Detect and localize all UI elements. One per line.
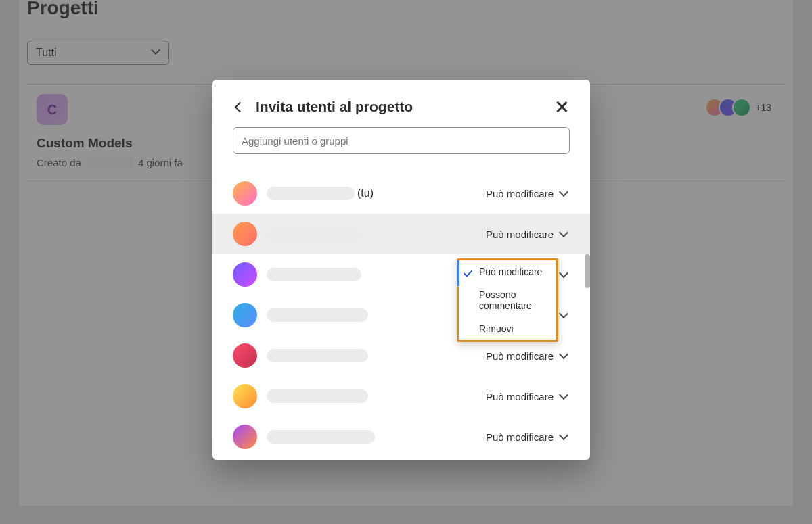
permission-label: Può modificare	[486, 188, 554, 199]
user-row: Può modificare	[212, 416, 590, 457]
dropdown-option[interactable]: Rimuovi	[459, 317, 556, 340]
user-avatar	[233, 181, 257, 206]
dropdown-option[interactable]: Può modificare	[459, 260, 556, 283]
permission-selector[interactable]: Può modificare	[486, 350, 570, 362]
chevron-down-icon	[560, 312, 570, 321]
permission-label: Può modificare	[486, 431, 554, 443]
chevron-down-icon	[560, 352, 570, 362]
permission-selector[interactable]: Può modificare	[486, 390, 570, 402]
permission-selector[interactable]: Può modificare	[486, 431, 570, 443]
dropdown-option[interactable]: Possono commentare	[459, 283, 556, 317]
modal-body	[212, 127, 590, 161]
modal-header: Invita utenti al progetto	[212, 80, 590, 127]
user-name-wrap: (tu)	[267, 187, 476, 200]
user-avatar	[233, 222, 257, 246]
user-name-redacted	[267, 268, 361, 281]
user-avatar	[233, 262, 257, 287]
user-avatar	[233, 303, 257, 327]
you-suffix: (tu)	[357, 187, 374, 199]
user-name-redacted	[267, 389, 368, 403]
chevron-down-icon	[560, 231, 570, 240]
permission-label: Può modificare	[486, 229, 554, 240]
user-name-wrap	[267, 227, 476, 241]
user-name-redacted	[267, 349, 368, 362]
chevron-down-icon	[560, 433, 570, 443]
chevron-down-icon	[560, 190, 570, 199]
user-name-wrap	[267, 389, 476, 403]
user-name-redacted	[267, 187, 355, 200]
user-avatar	[233, 425, 257, 449]
user-row: Può modificare	[212, 376, 590, 416]
permission-selector[interactable]: Può modificare	[486, 187, 570, 199]
add-user-input[interactable]	[233, 127, 570, 154]
user-name-redacted	[267, 227, 361, 241]
user-name-redacted	[267, 430, 375, 444]
permission-dropdown: Può modificarePossono commentareRimuovi	[457, 258, 558, 342]
close-button[interactable]	[554, 99, 570, 115]
user-name-wrap	[267, 430, 476, 444]
permission-label: Può modificare	[486, 391, 554, 402]
permission-selector[interactable]: Può modificare	[486, 228, 570, 240]
scrollbar-thumb[interactable]	[585, 254, 590, 288]
user-name-wrap	[267, 268, 476, 281]
chevron-down-icon	[560, 393, 570, 402]
user-avatar	[233, 343, 257, 368]
back-button[interactable]	[233, 100, 246, 114]
modal-title: Invita utenti al progetto	[256, 99, 544, 115]
permission-label: Può modificare	[486, 350, 554, 362]
user-avatar	[233, 384, 257, 408]
chevron-down-icon	[560, 271, 570, 281]
user-name-wrap	[267, 308, 476, 322]
user-row: Può modificare	[212, 214, 590, 254]
user-name-redacted	[267, 308, 368, 322]
user-row: (tu)Può modificare	[212, 173, 590, 214]
user-name-wrap	[267, 349, 476, 362]
